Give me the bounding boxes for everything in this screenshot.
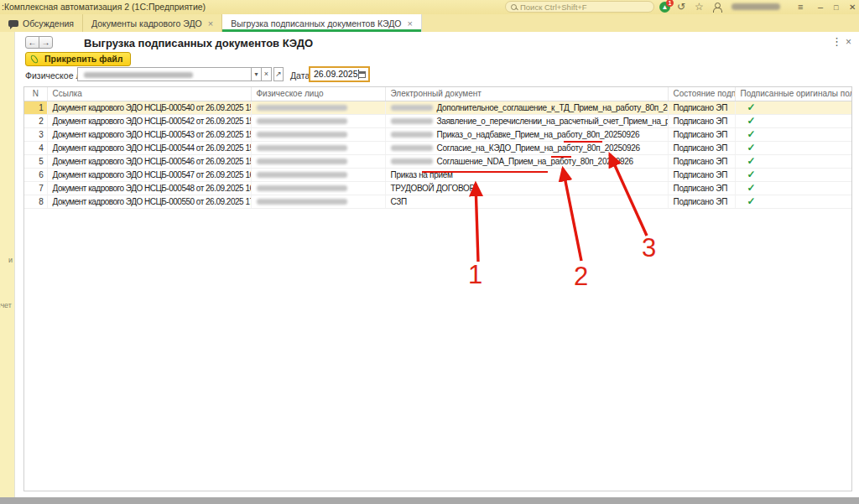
tab-label: Выгрузка подписанных документов КЭДО xyxy=(231,18,401,29)
row-number-cell: 8 xyxy=(24,195,47,208)
window-title: :Комплексная автоматизация 2 (1С:Предпри… xyxy=(2,2,206,12)
tab-label: Документы кадрового ЭДО xyxy=(91,18,202,29)
maximize-button[interactable]: □ xyxy=(834,3,838,13)
background-panel-strip: и счет xyxy=(0,32,15,497)
doc-prefix-redacted xyxy=(391,158,433,164)
person-name-redacted xyxy=(257,172,347,178)
search-icon xyxy=(511,4,517,10)
person-name-redacted xyxy=(257,118,347,124)
row-person-cell xyxy=(251,195,385,208)
row-person-cell xyxy=(251,101,385,114)
person-clear-button[interactable]: × xyxy=(261,67,272,81)
main-menu-icon[interactable]: ≡ xyxy=(798,2,803,13)
doc-prefix-redacted xyxy=(391,145,433,151)
table-row[interactable]: 5 Документ кадрового ЭДО НСЦБ-000546 от … xyxy=(24,154,852,168)
forward-button[interactable]: → xyxy=(39,36,53,49)
annotation-number-1: 1 xyxy=(468,262,482,288)
tab-close-icon[interactable]: × xyxy=(408,18,413,29)
row-person-cell xyxy=(251,168,385,181)
calendar-icon[interactable] xyxy=(358,71,366,78)
row-signature-status-cell: Подписано ЭП xyxy=(668,101,735,114)
global-search-input[interactable]: Поиск Ctrl+Shift+F xyxy=(505,1,654,13)
tab-discussions[interactable]: Обсуждения xyxy=(0,14,83,32)
attach-file-label: Прикрепить файл xyxy=(44,54,122,64)
row-document-cell: СЗП xyxy=(385,195,668,208)
tab-label: Обсуждения xyxy=(23,18,74,29)
table-body: 1 Документ кадрового ЭДО НСЦБ-000540 от … xyxy=(24,101,852,208)
table-row[interactable]: 2 Документ кадрового ЭДО НСЦБ-000542 от … xyxy=(24,114,852,127)
back-button[interactable]: ← xyxy=(25,36,39,49)
notification-center-button[interactable]: ▲ 1 xyxy=(659,2,670,13)
doc-name-text: СЗП xyxy=(391,197,407,206)
row-signature-status-cell: Подписано ЭП xyxy=(668,141,735,154)
check-icon: ✓ xyxy=(747,101,756,113)
row-originals-received-cell: ✓ xyxy=(735,141,852,154)
check-icon: ✓ xyxy=(747,155,756,167)
user-settings-icon[interactable] xyxy=(712,3,722,12)
date-value: 26.09.2025 xyxy=(314,69,358,79)
column-header[interactable]: N xyxy=(24,87,47,101)
table-row[interactable]: 7 Документ кадрового ЭДО НСЦБ-000548 от … xyxy=(24,181,852,195)
person-name-redacted xyxy=(257,145,347,151)
row-document-cell: Приказ на прием xyxy=(385,168,668,181)
form-close-icon[interactable]: × xyxy=(846,36,851,48)
tab-kedo-documents[interactable]: Документы кадрового ЭДО × xyxy=(83,14,222,32)
row-document-cell: Приказ_о_надбавке_Прием_на_работу_80п_20… xyxy=(385,127,668,141)
column-header[interactable]: Состояние подписей xyxy=(668,87,735,101)
documents-table: NСсылкаФизическое лицоЭлектронный докуме… xyxy=(23,86,852,491)
row-link-cell: Документ кадрового ЭДО НСЦБ-000548 от 26… xyxy=(47,181,251,195)
history-icon[interactable]: ↺ xyxy=(677,1,685,13)
person-name-redacted xyxy=(257,199,347,205)
window-close-button[interactable]: ✕ xyxy=(849,2,856,13)
taskbar-edge xyxy=(0,497,859,504)
row-link-cell: Документ кадрового ЭДО НСЦБ-000543 от 26… xyxy=(47,127,251,141)
row-number-cell: 3 xyxy=(24,127,47,141)
row-link-cell: Документ кадрового ЭДО НСЦБ-000542 от 26… xyxy=(47,114,251,127)
annotation-number-2: 2 xyxy=(574,263,588,289)
column-header[interactable]: Подписанные оригиналы получены xyxy=(735,87,852,101)
column-header[interactable]: Электронный документ xyxy=(385,87,668,101)
current-user-name-redacted[interactable] xyxy=(731,3,780,10)
column-header[interactable]: Ссылка xyxy=(47,87,251,101)
check-icon: ✓ xyxy=(747,142,756,153)
person-open-button[interactable]: ↗ xyxy=(273,67,284,81)
column-header[interactable]: Физическое лицо xyxy=(251,87,385,101)
row-originals-received-cell: ✓ xyxy=(735,154,852,168)
check-icon: ✓ xyxy=(747,169,756,180)
favorites-star-icon[interactable]: ☆ xyxy=(695,1,704,13)
table-row[interactable]: 6 Документ кадрового ЭДО НСЦБ-000547 от … xyxy=(24,168,852,181)
minimize-button[interactable]: – xyxy=(818,2,823,13)
row-number-cell: 5 xyxy=(24,154,47,168)
doc-prefix-redacted xyxy=(391,118,433,124)
tab-export-signed-kedo[interactable]: Выгрузка подписанных документов КЭДО × xyxy=(222,14,422,32)
date-filter-input[interactable]: 26.09.2025 xyxy=(309,66,370,82)
table-row[interactable]: 8 Документ кадрового ЭДО НСЦБ-000550 от … xyxy=(24,195,852,208)
row-document-cell: Дополнительное_соглашение_к_ТД_Прием_на_… xyxy=(385,101,668,114)
row-originals-received-cell: ✓ xyxy=(735,114,852,127)
row-document-cell: Согласие_на_КЭДО_Прием_на_работу_80п_202… xyxy=(385,141,668,154)
table-header-row: NСсылкаФизическое лицоЭлектронный докуме… xyxy=(24,87,852,101)
row-signature-status-cell: Подписано ЭП xyxy=(668,114,735,127)
doc-name-text: Согласие_на_КЭДО_Прием_на_работу_80п_202… xyxy=(437,143,640,153)
table-row[interactable]: 1 Документ кадрового ЭДО НСЦБ-000540 от … xyxy=(24,101,852,114)
table-row[interactable]: 3 Документ кадрового ЭДО НСЦБ-000543 от … xyxy=(24,127,852,141)
row-originals-received-cell: ✓ xyxy=(735,181,852,195)
doc-name-text: ТРУДОВОЙ ДОГОВОР xyxy=(391,184,475,193)
person-name-redacted xyxy=(257,185,347,191)
check-icon: ✓ xyxy=(747,128,756,140)
table-row[interactable]: 4 Документ кадрового ЭДО НСЦБ-000544 от … xyxy=(24,141,852,154)
row-signature-status-cell: Подписано ЭП xyxy=(668,181,735,195)
navigation-buttons: ← → xyxy=(25,36,53,49)
attach-file-button[interactable]: Прикрепить файл xyxy=(25,52,131,66)
person-name-redacted xyxy=(257,158,347,164)
check-icon: ✓ xyxy=(747,182,756,194)
tab-close-icon[interactable]: × xyxy=(208,18,213,29)
more-menu-icon[interactable]: ⋮ xyxy=(831,35,842,48)
tab-bar: Обсуждения Документы кадрового ЭДО × Выг… xyxy=(0,14,859,32)
doc-prefix-redacted xyxy=(391,105,433,111)
search-placeholder: Поиск Ctrl+Shift+F xyxy=(520,3,587,12)
person-filter-input[interactable] xyxy=(77,67,252,81)
doc-name-text: Приказ_о_надбавке_Прием_на_работу_80п_20… xyxy=(437,130,640,139)
row-originals-received-cell: ✓ xyxy=(735,168,852,181)
chat-bubble-icon xyxy=(8,20,18,27)
